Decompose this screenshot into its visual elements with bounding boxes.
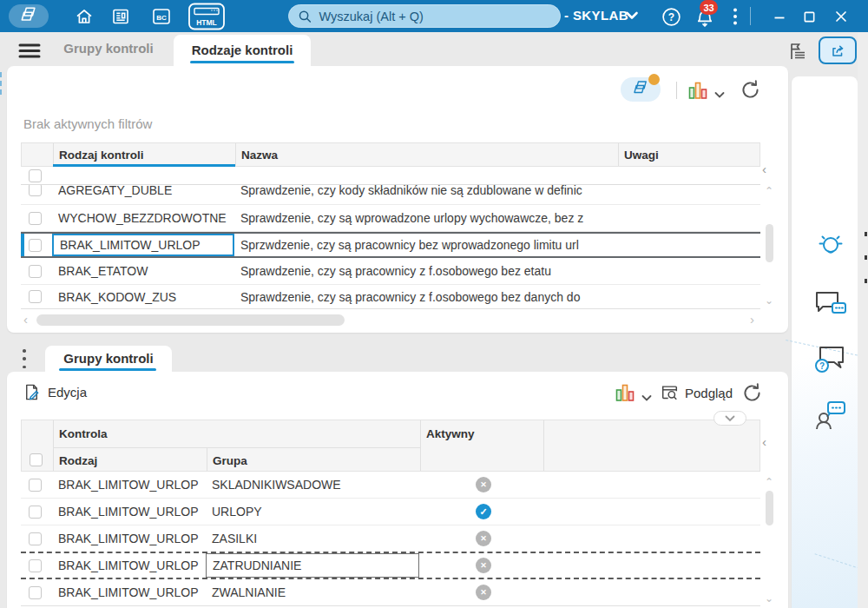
collapse-panel-chevron[interactable]: ‹ (762, 434, 766, 449)
tab-grupy-kontroli-top[interactable]: Grupy kontroli (52, 41, 165, 60)
edit-button[interactable]: Edycja (22, 382, 87, 402)
column-header-uwagi[interactable]: Uwagi (624, 149, 659, 162)
panel-list-button[interactable] (786, 40, 810, 63)
share-button[interactable] (819, 36, 857, 64)
tips-button[interactable] (812, 231, 850, 264)
row-checkbox[interactable] (29, 506, 42, 519)
company-switch-button[interactable] (623, 9, 641, 23)
row-checkbox[interactable] (29, 290, 42, 303)
column-header-aktywny[interactable]: Aktywny (426, 427, 475, 440)
refresh-button-lower[interactable] (740, 381, 764, 408)
upper-select-all-row (21, 167, 760, 185)
scroll-left-arrow[interactable]: ‹ (23, 315, 28, 324)
refresh-icon (740, 381, 764, 405)
active-app-button[interactable] (9, 4, 49, 28)
help-button[interactable]: ? (659, 5, 683, 28)
maximize-button[interactable] (797, 5, 821, 28)
table-row[interactable]: BRAK_KODOW_ZUS Sprawdzenie, czy są praco… (21, 285, 760, 309)
collapse-section-button[interactable] (713, 411, 746, 426)
refresh-button[interactable] (739, 78, 762, 105)
inactive-status-icon[interactable] (476, 558, 491, 573)
table-row[interactable]: BRAK_LIMITOW_URLOP ZASILKI (21, 525, 760, 552)
grupa-edit-cell[interactable]: ZATRUDNIANIE (206, 553, 419, 578)
upper-table-header: Rodzaj kontroli Nazwa Uwagi (21, 142, 760, 167)
chart-button-lower[interactable] (615, 382, 635, 406)
inactive-status-icon[interactable] (476, 585, 491, 600)
column-group-kontrola: Kontrola (59, 427, 108, 440)
html-browser-button[interactable]: HTML (187, 3, 227, 30)
header-divider (53, 420, 54, 471)
application-window: BC HTML - SKYLAB ? (0, 0, 868, 608)
header-divider (235, 143, 236, 166)
cell-rodzaj: BRAK_ETATOW (58, 258, 228, 284)
table-row[interactable]: WYCHOW_BEZZDROWOTNE Sprawdzenie, czy są … (21, 205, 760, 232)
scroll-down-arrow[interactable]: ⌄ (765, 594, 773, 603)
focused-cell[interactable]: BRAK_LIMITOW_URLOP (52, 234, 234, 256)
splitter-handle[interactable] (23, 349, 26, 368)
flag-list-icon (787, 41, 808, 62)
row-checkbox[interactable] (29, 532, 42, 545)
header-divider (618, 143, 619, 166)
cell-nazwa: Sprawdzenie, czy są pracownicy z f.osobo… (240, 285, 614, 308)
inactive-status-icon[interactable] (476, 477, 491, 492)
table-row[interactable]: BRAK_ETATOW Sprawdzenie, czy są pracowni… (21, 258, 760, 285)
vertical-scrollbar-thumb[interactable] (766, 491, 773, 525)
cell-rodzaj: BRAK_LIMITOW_URLOP (60, 235, 230, 254)
table-row[interactable]: BRAK_LIMITOW_URLOP URLOPY (21, 499, 760, 525)
news-button[interactable] (109, 6, 132, 27)
horizontal-scrollbar-thumb[interactable] (36, 314, 345, 326)
scroll-down-arrow[interactable]: ⌄ (765, 296, 773, 305)
table-row[interactable]: BRAK_LIMITOW_URLOP ZWALNIANIE (21, 579, 760, 606)
window-titlebar: BC HTML - SKYLAB ? (0, 0, 868, 32)
column-header-rodzaj[interactable]: Rodzaj (59, 454, 97, 467)
window-stack-icon (632, 79, 649, 100)
hamburger-icon (18, 43, 41, 59)
column-header-nazwa[interactable]: Nazwa (241, 149, 278, 162)
scroll-right-arrow[interactable]: › (750, 315, 754, 324)
close-button[interactable] (828, 5, 854, 28)
help-chat-button[interactable]: ? (812, 344, 850, 377)
table-row[interactable]: AGREGATY_DUBLE Sprawdzenie, czy kody skł… (21, 185, 760, 205)
scroll-up-arrow[interactable]: ⌃ (765, 478, 773, 486)
vertical-scrollbar-thumb[interactable] (766, 224, 773, 262)
window-edge-scrollbar[interactable] (858, 32, 868, 608)
table-row-editing[interactable]: BRAK_LIMITOW_URLOP ZATRUDNIANIE (21, 552, 760, 579)
main-menu-button[interactable] (17, 42, 42, 59)
minimize-button[interactable] (767, 5, 792, 28)
chart-dropdown-button[interactable] (714, 87, 725, 102)
chat-button[interactable] (812, 288, 850, 321)
inactive-status-icon[interactable] (476, 531, 491, 546)
column-header-rodzaj-kontroli[interactable]: Rodzaj kontroli (59, 149, 144, 162)
scroll-up-arrow[interactable]: ⌃ (765, 187, 773, 195)
row-checkbox[interactable] (29, 212, 42, 225)
select-all-checkbox[interactable] (30, 453, 43, 466)
chart-dropdown-button-lower[interactable] (641, 390, 652, 406)
row-checkbox[interactable] (29, 559, 42, 572)
question-circle-icon: ? (661, 6, 682, 28)
global-search[interactable] (288, 4, 561, 28)
bc-module-button[interactable]: BC (149, 6, 174, 27)
scroll-marker (865, 255, 867, 260)
more-menu-button[interactable] (727, 7, 743, 26)
bar-chart-icon (687, 80, 708, 101)
preview-button[interactable]: Podgląd (660, 383, 733, 402)
row-checkbox[interactable] (29, 239, 42, 252)
table-row[interactable]: BRAK_LIMITOW_URLOP SKLADNIKIWSADOWE (21, 472, 760, 499)
search-input[interactable] (319, 10, 551, 23)
active-status-icon[interactable] (476, 504, 491, 519)
table-row-selected[interactable]: BRAK_LIMITOW_URLOP Sprzwdzenie, czy są p… (21, 232, 760, 258)
edit-document-icon (22, 382, 42, 402)
chart-button[interactable] (687, 80, 708, 104)
collapse-panel-chevron[interactable]: ‹ (762, 162, 766, 176)
column-header-grupa[interactable]: Grupa (213, 454, 247, 467)
cell-grupa: ZATRUDNIANIE (213, 554, 414, 577)
row-checkbox[interactable] (29, 185, 42, 196)
community-button[interactable] (812, 400, 850, 433)
row-checkbox[interactable] (29, 265, 42, 278)
row-checkbox[interactable] (29, 586, 42, 599)
cell-rodzaj: AGREGATY_DUBLE (58, 185, 228, 204)
home-button[interactable] (73, 6, 95, 27)
row-checkbox[interactable] (29, 479, 42, 492)
preview-icon (660, 383, 680, 402)
select-all-checkbox[interactable] (29, 169, 42, 182)
